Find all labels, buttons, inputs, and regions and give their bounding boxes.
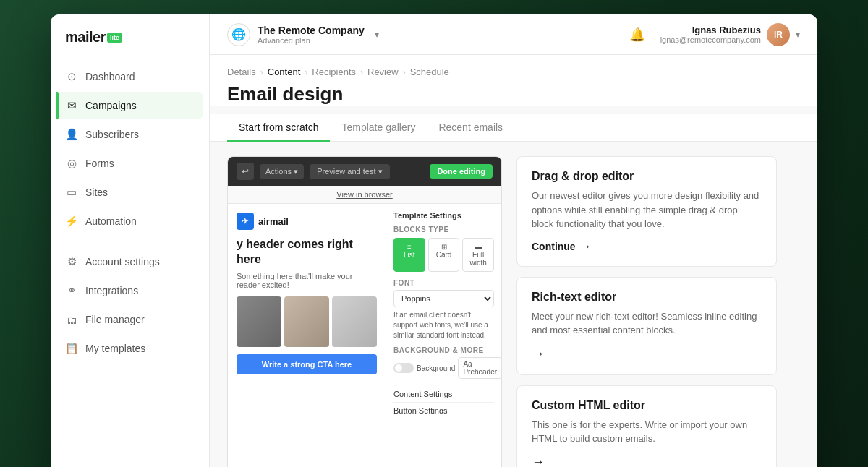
preview-done-editing-button[interactable]: Done editing [430, 164, 493, 179]
email-body-preview: ✈ airmail y header comes right here Some… [228, 204, 386, 414]
option-card-custom-html: Custom HTML editor This one is for the e… [516, 385, 777, 468]
image-placeholder-1 [237, 296, 281, 347]
tabs-area: Start from scratch Template gallery Rece… [210, 114, 817, 142]
logo-text: mailer [65, 29, 106, 46]
breadcrumb-sep-2: › [305, 67, 307, 77]
button-settings-link[interactable]: Button Settings [393, 403, 494, 414]
rich-text-arrow-button[interactable]: → [532, 346, 762, 361]
block-types: ≡ List ⊞ Card ▬ Full width [393, 238, 494, 272]
sidebar-item-label-file-manager: File manager [85, 314, 145, 325]
preview-toolbar: ↩ Actions ▾ Preview and test ▾ Done edit… [228, 157, 501, 186]
nav-item-wrapper-automation: ⚡ Automation [56, 207, 203, 235]
breadcrumb-content[interactable]: Content [268, 67, 301, 77]
automation-icon: ⚡ [65, 215, 78, 228]
company-name: The Remote Company [258, 25, 365, 36]
top-header: 🌐 The Remote Company Advanced plan ▾ 🔔 I… [210, 14, 817, 55]
option-card-drag-drop: Drag & drop editor Our newest editor giv… [516, 156, 777, 267]
preview-test-button[interactable]: Preview and test ▾ [310, 164, 389, 179]
tab-start-from-scratch[interactable]: Start from scratch [227, 114, 330, 142]
breadcrumb-recipients[interactable]: Recipients [312, 67, 356, 77]
nav-item-wrapper-subscribers: 👤 Subscribers [56, 121, 203, 148]
sidebar-item-label-account-settings: Account settings [85, 256, 160, 267]
drag-drop-title: Drag & drop editor [532, 170, 762, 183]
email-brand-header: ✈ airmail [237, 213, 377, 230]
breadcrumb-review[interactable]: Review [367, 67, 399, 77]
sidebar-item-label-forms: Forms [85, 158, 114, 169]
font-label: FONT [393, 279, 494, 287]
preview-back-button[interactable]: ↩ [237, 163, 254, 180]
tab-template-gallery[interactable]: Template gallery [330, 114, 427, 142]
user-email: ignas@remotecompany.com [660, 35, 761, 44]
sidebar-footer: Help · Refer a friend [51, 465, 209, 468]
breadcrumb-sep-1: › [260, 67, 263, 77]
user-name: Ignas Rubezius [660, 25, 761, 35]
sidebar-nav: ⊙ Dashboard ✉ Campaigns 👤 Subscribers [51, 63, 209, 465]
nav-item-wrapper-sites: ▭ Sites [56, 179, 203, 206]
account-settings-icon: ⚙ [65, 255, 78, 268]
nav-item-wrapper-forms: ◎ Forms [56, 150, 203, 177]
email-images [237, 296, 377, 347]
custom-html-title: Custom HTML editor [532, 399, 762, 412]
image-placeholder-2 [284, 296, 329, 347]
avatar: IR [767, 23, 790, 46]
sidebar-item-forms[interactable]: ◎ Forms [56, 150, 203, 177]
globe-icon: 🌐 [227, 23, 250, 46]
background-toggle[interactable]: Background [393, 363, 455, 373]
sidebar-item-label-dashboard: Dashboard [85, 71, 135, 82]
company-details: The Remote Company Advanced plan [258, 25, 365, 45]
breadcrumb-details[interactable]: Details [227, 67, 256, 77]
airmail-logo-icon: ✈ [237, 213, 254, 230]
image-placeholder-3 [332, 296, 377, 347]
sidebar-item-label-sites: Sites [85, 187, 108, 198]
preview-content: ✈ airmail y header comes right here Some… [228, 204, 501, 414]
bg-controls: Background Aa Preheader [393, 357, 494, 379]
custom-html-desc: This one is for the experts. Write or im… [532, 418, 762, 446]
sites-icon: ▭ [65, 186, 78, 199]
preheader-button[interactable]: Aa Preheader [458, 357, 501, 379]
logo: mailerlite [65, 29, 195, 46]
settings-panel: Template Settings BLOCKS TYPE ≡ List ⊞ C… [386, 204, 501, 414]
email-subtext: Something here that'll make your reader … [237, 272, 377, 289]
block-type-list-button[interactable]: ≡ List [393, 238, 425, 272]
sidebar-item-label-automation: Automation [85, 215, 137, 227]
user-menu[interactable]: Ignas Rubezius ignas@remotecompany.com I… [660, 23, 800, 46]
settings-panel-title: Template Settings [393, 211, 494, 220]
sidebar-item-label-campaigns: Campaigns [85, 100, 137, 111]
custom-html-arrow-button[interactable]: → [532, 455, 762, 468]
sidebar-item-label-integrations: Integrations [85, 285, 138, 296]
tab-recent-emails[interactable]: Recent emails [427, 114, 514, 142]
sidebar-divider [56, 236, 203, 248]
sidebar-item-my-templates[interactable]: 📋 My templates [56, 335, 203, 362]
toggle-pill[interactable] [393, 363, 414, 373]
notification-bell-icon[interactable]: 🔔 [626, 23, 649, 46]
sidebar-item-integrations[interactable]: ⚭ Integrations [56, 277, 203, 304]
main-content: 🌐 The Remote Company Advanced plan ▾ 🔔 I… [210, 14, 817, 467]
nav-item-wrapper-dashboard: ⊙ Dashboard [56, 63, 203, 90]
bg-section-label: BACKGROUND & MORE [393, 346, 494, 354]
drag-drop-continue-label: Continue [532, 241, 576, 252]
block-type-list-label: List [397, 251, 422, 259]
content-settings-link[interactable]: Content Settings [393, 386, 494, 403]
breadcrumb-schedule[interactable]: Schedule [410, 67, 449, 77]
font-select[interactable]: Poppins [393, 290, 494, 307]
subscribers-icon: 👤 [65, 128, 78, 141]
email-preview-container: ↩ Actions ▾ Preview and test ▾ Done edit… [227, 156, 502, 467]
block-type-card-button[interactable]: ⊞ Card [428, 238, 460, 272]
sidebar-item-file-manager[interactable]: 🗂 File manager [56, 306, 203, 333]
rich-text-title: Rich-text editor [532, 291, 762, 304]
sidebar-item-campaigns[interactable]: ✉ Campaigns [56, 92, 203, 119]
sidebar-item-automation[interactable]: ⚡ Automation [56, 207, 203, 235]
sidebar-item-subscribers[interactable]: 👤 Subscribers [56, 121, 203, 148]
drag-drop-continue-button[interactable]: Continue → [532, 240, 762, 253]
option-card-rich-text: Rich-text editor Meet your new rich-text… [516, 277, 777, 375]
active-indicator [56, 92, 59, 119]
breadcrumb-sep-4: › [403, 67, 406, 77]
block-type-fullwidth-button[interactable]: ▬ Full width [462, 238, 494, 272]
view-in-browser-link[interactable]: View in browser [228, 186, 501, 204]
sidebar-item-account-settings[interactable]: ⚙ Account settings [56, 248, 203, 275]
my-templates-icon: 📋 [65, 342, 78, 355]
company-selector[interactable]: 🌐 The Remote Company Advanced plan ▾ [227, 23, 379, 46]
sidebar-item-dashboard[interactable]: ⊙ Dashboard [56, 63, 203, 90]
preview-actions-button[interactable]: Actions ▾ [260, 164, 304, 179]
sidebar-item-sites[interactable]: ▭ Sites [56, 179, 203, 206]
